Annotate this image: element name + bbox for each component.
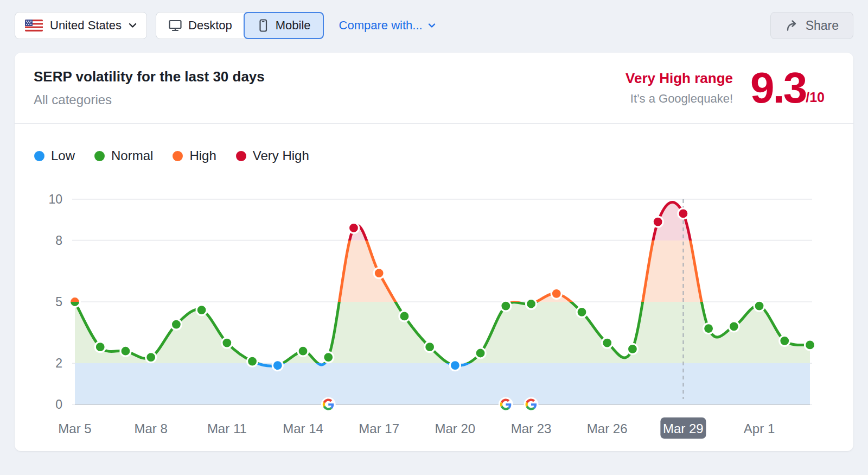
data-point[interactable] xyxy=(475,348,486,358)
google-update-icon[interactable] xyxy=(321,397,336,412)
data-point[interactable] xyxy=(729,321,739,332)
device-toggle: Desktop Mobile xyxy=(156,12,324,39)
country-label: United States xyxy=(50,18,122,33)
legend-label: Normal xyxy=(111,148,153,163)
toolbar: United States Desktop Mobile xyxy=(15,12,853,39)
tab-desktop-label: Desktop xyxy=(188,18,232,33)
us-flag-icon xyxy=(25,20,43,31)
y-axis-label: 2 xyxy=(55,356,62,370)
data-point[interactable] xyxy=(551,288,561,299)
range-label: Very High range xyxy=(626,70,733,87)
chevron-down-icon xyxy=(129,23,137,28)
data-point[interactable] xyxy=(526,299,537,309)
chart-area-fill xyxy=(75,202,810,404)
legend-item-normal: Normal xyxy=(94,148,153,163)
legend-dot-icon xyxy=(173,151,183,161)
data-point[interactable] xyxy=(70,297,80,307)
data-point[interactable] xyxy=(323,352,334,363)
data-point[interactable] xyxy=(780,335,790,346)
tab-desktop[interactable]: Desktop xyxy=(156,12,244,39)
volatility-chart[interactable]: 025810Mar 5Mar 8Mar 11Mar 14Mar 17Mar 20… xyxy=(15,185,853,442)
google-update-icon[interactable] xyxy=(524,397,539,412)
page-title: SERP volatility for the last 30 days xyxy=(34,68,265,85)
legend-dot-icon xyxy=(236,151,246,161)
selected-date-badge-label: Mar 29 xyxy=(663,421,704,436)
data-point[interactable] xyxy=(146,352,156,363)
x-axis-label: Mar 5 xyxy=(58,421,91,436)
google-update-icon[interactable] xyxy=(499,397,513,412)
data-point[interactable] xyxy=(754,301,764,311)
mobile-icon xyxy=(257,18,270,33)
data-point[interactable] xyxy=(95,342,105,352)
y-axis-label: 0 xyxy=(55,397,62,411)
x-axis-label: Mar 17 xyxy=(359,421,399,436)
legend-item-very-high: Very High xyxy=(236,148,309,163)
chart-legend: LowNormalHighVery High xyxy=(34,148,853,164)
x-axis-label: Mar 11 xyxy=(207,421,247,436)
legend-label: Very High xyxy=(253,148,309,163)
category-subtitle: All categories xyxy=(34,92,265,107)
data-point[interactable] xyxy=(704,324,714,334)
desktop-icon xyxy=(168,19,182,32)
compare-with-label: Compare with... xyxy=(339,18,423,33)
legend-item-low: Low xyxy=(34,148,75,163)
data-point[interactable] xyxy=(653,217,663,227)
tab-mobile[interactable]: Mobile xyxy=(244,12,324,39)
data-point[interactable] xyxy=(627,344,637,354)
serp-volatility-card: SERP volatility for the last 30 days All… xyxy=(15,53,853,451)
y-axis-label: 5 xyxy=(55,295,62,309)
legend-label: Low xyxy=(51,148,75,163)
compare-with-link[interactable]: Compare with... xyxy=(339,12,436,39)
data-point[interactable] xyxy=(298,346,308,356)
data-point[interactable] xyxy=(425,342,435,352)
data-point[interactable] xyxy=(374,268,384,278)
data-point[interactable] xyxy=(171,319,181,330)
country-selector[interactable]: United States xyxy=(15,12,147,39)
x-axis-label: Apr 1 xyxy=(744,421,775,436)
data-point[interactable] xyxy=(247,356,258,366)
data-point[interactable] xyxy=(678,208,688,219)
card-header: SERP volatility for the last 30 days All… xyxy=(15,53,853,124)
x-axis-label: Mar 8 xyxy=(134,421,167,436)
data-point[interactable] xyxy=(222,338,232,348)
legend-item-high: High xyxy=(173,148,216,163)
legend-label: High xyxy=(189,148,216,163)
data-point[interactable] xyxy=(602,338,612,348)
data-point[interactable] xyxy=(272,360,283,371)
score-value: 9.3 xyxy=(750,70,806,106)
share-button[interactable]: Share xyxy=(770,12,853,39)
data-point[interactable] xyxy=(120,346,131,356)
data-point[interactable] xyxy=(577,307,587,317)
score-group: Very High range It’s a Googlequake! 9.3 … xyxy=(626,70,825,106)
tab-mobile-label: Mobile xyxy=(276,18,311,33)
range-note: It’s a Googlequake! xyxy=(626,92,733,106)
share-icon xyxy=(785,19,799,32)
legend-dot-icon xyxy=(94,151,105,161)
x-axis-label: Mar 23 xyxy=(511,421,552,436)
data-point[interactable] xyxy=(805,340,815,350)
data-point[interactable] xyxy=(501,301,511,311)
data-point[interactable] xyxy=(196,305,207,315)
chevron-down-icon xyxy=(428,23,436,28)
data-point[interactable] xyxy=(450,360,460,371)
data-point[interactable] xyxy=(348,223,359,233)
x-axis-label: Mar 20 xyxy=(435,421,476,436)
share-label: Share xyxy=(806,18,839,33)
data-point[interactable] xyxy=(399,311,410,321)
volatility-score: 9.3 /10 xyxy=(750,70,825,106)
y-axis-label: 8 xyxy=(55,233,62,248)
score-max: /10 xyxy=(806,90,825,106)
x-axis-label: Mar 26 xyxy=(587,421,628,436)
y-axis-label: 10 xyxy=(48,192,62,206)
legend-dot-icon xyxy=(34,151,44,161)
x-axis-label: Mar 14 xyxy=(283,421,323,436)
